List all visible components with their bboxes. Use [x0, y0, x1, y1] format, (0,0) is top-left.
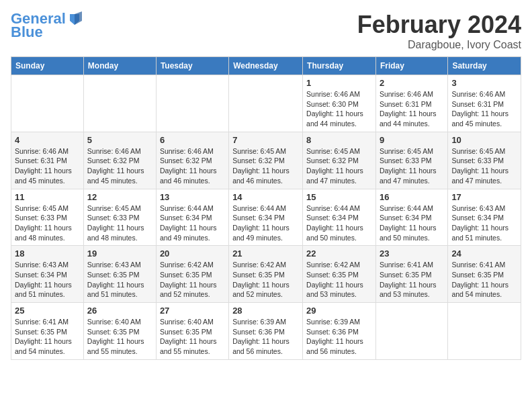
calendar-cell: 4Sunrise: 6:46 AM Sunset: 6:31 PM Daylig…	[11, 132, 84, 189]
calendar-cell: 2Sunrise: 6:46 AM Sunset: 6:31 PM Daylig…	[375, 75, 447, 132]
day-number: 5	[87, 135, 152, 145]
calendar-cell: 17Sunrise: 6:43 AM Sunset: 6:34 PM Dayli…	[448, 189, 521, 246]
week-row-3: 11Sunrise: 6:45 AM Sunset: 6:33 PM Dayli…	[11, 189, 521, 246]
column-header-monday: Monday	[83, 57, 156, 75]
location-subtitle: Daragboue, Ivory Coast	[357, 39, 521, 51]
column-header-tuesday: Tuesday	[156, 57, 228, 75]
day-number: 22	[306, 248, 372, 259]
day-info: Sunrise: 6:43 AM Sunset: 6:35 PM Dayligh…	[87, 260, 152, 300]
day-number: 25	[15, 306, 80, 316]
day-number: 3	[451, 78, 517, 88]
column-header-sunday: Sunday	[11, 57, 84, 75]
calendar-cell: 3Sunrise: 6:46 AM Sunset: 6:31 PM Daylig…	[448, 75, 521, 132]
day-info: Sunrise: 6:46 AM Sunset: 6:31 PM Dayligh…	[451, 89, 517, 129]
day-info: Sunrise: 6:46 AM Sunset: 6:32 PM Dayligh…	[87, 146, 152, 186]
calendar-cell	[11, 75, 84, 132]
day-number: 16	[380, 192, 444, 202]
day-info: Sunrise: 6:45 AM Sunset: 6:32 PM Dayligh…	[232, 146, 299, 186]
calendar-cell: 24Sunrise: 6:41 AM Sunset: 6:35 PM Dayli…	[448, 246, 521, 303]
day-number: 7	[232, 135, 299, 145]
day-number: 12	[87, 192, 152, 202]
day-info: Sunrise: 6:41 AM Sunset: 6:35 PM Dayligh…	[380, 260, 444, 300]
calendar-cell: 23Sunrise: 6:41 AM Sunset: 6:35 PM Dayli…	[375, 246, 447, 303]
calendar-cell: 9Sunrise: 6:45 AM Sunset: 6:33 PM Daylig…	[375, 132, 447, 189]
calendar-cell: 13Sunrise: 6:44 AM Sunset: 6:34 PM Dayli…	[156, 189, 228, 246]
calendar-cell	[448, 303, 521, 360]
day-info: Sunrise: 6:45 AM Sunset: 6:33 PM Dayligh…	[87, 203, 152, 243]
day-number: 18	[15, 248, 80, 259]
calendar-cell	[83, 75, 156, 132]
day-info: Sunrise: 6:45 AM Sunset: 6:32 PM Dayligh…	[306, 146, 372, 186]
day-info: Sunrise: 6:45 AM Sunset: 6:33 PM Dayligh…	[15, 203, 80, 243]
day-number: 27	[160, 306, 225, 316]
calendar-cell: 8Sunrise: 6:45 AM Sunset: 6:32 PM Daylig…	[303, 132, 376, 189]
week-row-2: 4Sunrise: 6:46 AM Sunset: 6:31 PM Daylig…	[11, 132, 521, 189]
calendar-cell: 6Sunrise: 6:46 AM Sunset: 6:32 PM Daylig…	[156, 132, 228, 189]
column-header-thursday: Thursday	[303, 57, 376, 75]
day-info: Sunrise: 6:40 AM Sunset: 6:35 PM Dayligh…	[160, 317, 225, 357]
day-number: 14	[232, 192, 299, 202]
day-number: 8	[306, 135, 372, 145]
calendar-cell: 16Sunrise: 6:44 AM Sunset: 6:34 PM Dayli…	[375, 189, 447, 246]
day-info: Sunrise: 6:42 AM Sunset: 6:35 PM Dayligh…	[232, 260, 299, 300]
day-info: Sunrise: 6:43 AM Sunset: 6:34 PM Dayligh…	[451, 203, 517, 243]
day-number: 11	[15, 192, 80, 202]
week-row-1: 1Sunrise: 6:46 AM Sunset: 6:30 PM Daylig…	[11, 75, 521, 132]
day-number: 26	[87, 306, 152, 316]
logo-icon	[67, 11, 82, 26]
day-number: 23	[380, 248, 444, 259]
calendar-cell: 29Sunrise: 6:39 AM Sunset: 6:36 PM Dayli…	[303, 303, 376, 360]
day-info: Sunrise: 6:42 AM Sunset: 6:35 PM Dayligh…	[306, 260, 372, 300]
calendar-cell: 15Sunrise: 6:44 AM Sunset: 6:34 PM Dayli…	[303, 189, 376, 246]
calendar-cell: 21Sunrise: 6:42 AM Sunset: 6:35 PM Dayli…	[229, 246, 303, 303]
day-info: Sunrise: 6:41 AM Sunset: 6:35 PM Dayligh…	[15, 317, 80, 357]
day-info: Sunrise: 6:46 AM Sunset: 6:31 PM Dayligh…	[15, 146, 80, 186]
calendar-cell: 1Sunrise: 6:46 AM Sunset: 6:30 PM Daylig…	[303, 75, 376, 132]
day-number: 19	[87, 248, 152, 259]
day-info: Sunrise: 6:39 AM Sunset: 6:36 PM Dayligh…	[232, 317, 299, 357]
day-info: Sunrise: 6:42 AM Sunset: 6:35 PM Dayligh…	[160, 260, 225, 300]
column-header-saturday: Saturday	[448, 57, 521, 75]
day-info: Sunrise: 6:44 AM Sunset: 6:34 PM Dayligh…	[380, 203, 444, 243]
month-title: February 2024	[357, 11, 521, 39]
logo-blue: Blue	[11, 24, 43, 40]
calendar-cell: 20Sunrise: 6:42 AM Sunset: 6:35 PM Dayli…	[156, 246, 228, 303]
week-row-4: 18Sunrise: 6:43 AM Sunset: 6:34 PM Dayli…	[11, 246, 521, 303]
day-info: Sunrise: 6:46 AM Sunset: 6:32 PM Dayligh…	[160, 146, 225, 186]
day-info: Sunrise: 6:44 AM Sunset: 6:34 PM Dayligh…	[160, 203, 225, 243]
calendar-cell	[375, 303, 447, 360]
day-info: Sunrise: 6:45 AM Sunset: 6:33 PM Dayligh…	[380, 146, 444, 186]
day-info: Sunrise: 6:43 AM Sunset: 6:34 PM Dayligh…	[15, 260, 80, 300]
calendar-cell: 11Sunrise: 6:45 AM Sunset: 6:33 PM Dayli…	[11, 189, 84, 246]
calendar-cell: 27Sunrise: 6:40 AM Sunset: 6:35 PM Dayli…	[156, 303, 228, 360]
day-number: 4	[15, 135, 80, 145]
calendar-body: 1Sunrise: 6:46 AM Sunset: 6:30 PM Daylig…	[11, 75, 521, 360]
day-number: 21	[232, 248, 299, 259]
calendar-cell: 28Sunrise: 6:39 AM Sunset: 6:36 PM Dayli…	[229, 303, 303, 360]
calendar-cell: 12Sunrise: 6:45 AM Sunset: 6:33 PM Dayli…	[83, 189, 156, 246]
day-number: 24	[451, 248, 517, 259]
svg-marker-1	[75, 11, 82, 25]
calendar-cell: 18Sunrise: 6:43 AM Sunset: 6:34 PM Dayli…	[11, 246, 84, 303]
day-info: Sunrise: 6:44 AM Sunset: 6:34 PM Dayligh…	[306, 203, 372, 243]
day-info: Sunrise: 6:41 AM Sunset: 6:35 PM Dayligh…	[451, 260, 517, 300]
calendar-table: SundayMondayTuesdayWednesdayThursdayFrid…	[11, 56, 521, 360]
logo: General Blue	[11, 11, 82, 40]
day-info: Sunrise: 6:46 AM Sunset: 6:31 PM Dayligh…	[380, 89, 444, 129]
calendar-cell	[229, 75, 303, 132]
day-number: 29	[306, 306, 372, 316]
day-number: 10	[451, 135, 517, 145]
day-number: 17	[451, 192, 517, 202]
calendar-cell: 26Sunrise: 6:40 AM Sunset: 6:35 PM Dayli…	[83, 303, 156, 360]
column-header-wednesday: Wednesday	[229, 57, 303, 75]
day-info: Sunrise: 6:45 AM Sunset: 6:33 PM Dayligh…	[451, 146, 517, 186]
calendar-cell	[156, 75, 228, 132]
header: General Blue February 2024 Daragboue, Iv…	[11, 11, 521, 51]
day-info: Sunrise: 6:46 AM Sunset: 6:30 PM Dayligh…	[306, 89, 372, 129]
day-number: 1	[306, 78, 372, 88]
calendar-cell: 10Sunrise: 6:45 AM Sunset: 6:33 PM Dayli…	[448, 132, 521, 189]
day-info: Sunrise: 6:39 AM Sunset: 6:36 PM Dayligh…	[306, 317, 372, 357]
calendar-cell: 19Sunrise: 6:43 AM Sunset: 6:35 PM Dayli…	[83, 246, 156, 303]
calendar-cell: 25Sunrise: 6:41 AM Sunset: 6:35 PM Dayli…	[11, 303, 84, 360]
calendar-cell: 22Sunrise: 6:42 AM Sunset: 6:35 PM Dayli…	[303, 246, 376, 303]
